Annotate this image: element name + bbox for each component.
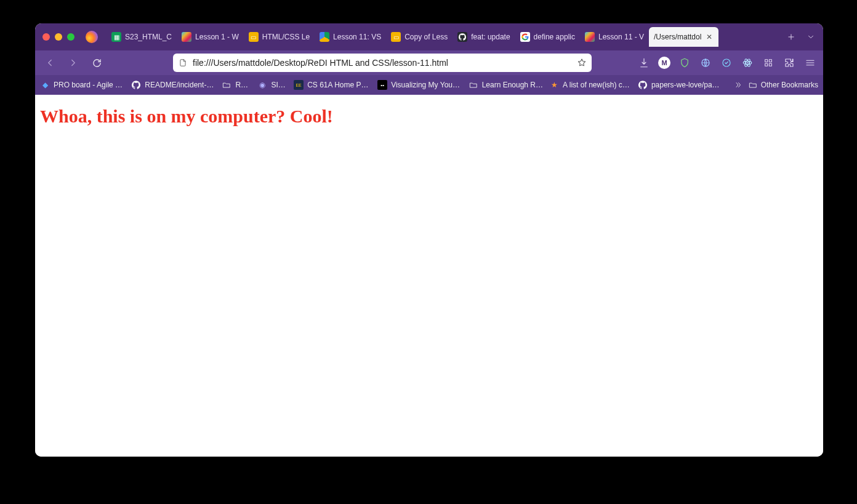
google-icon [520,32,530,42]
svg-rect-7 [769,60,771,62]
bookmark-label: ReDI [235,81,251,89]
tab-label: S23_HTML_C [125,33,172,41]
bookmark-label: README/incident-h… [145,81,215,89]
tab-lesson-1[interactable]: Lesson 1 - W [177,27,244,47]
bookmark-label: A list of new(ish) co… [563,81,632,89]
other-bookmarks-label: Other Bookmarks [761,81,818,89]
tab-label: /Users/mattdol [654,33,701,41]
slides-icon: ▭ [249,32,259,42]
diamond-icon: ◆ [40,80,50,90]
folder-icon [222,80,231,90]
bookmark-label: PRO board - Agile B… [54,81,125,89]
forward-button[interactable] [65,54,82,71]
tab-label: Lesson 1 - W [195,33,239,41]
bookmark-label: CS 61A Home Page [307,81,371,89]
tab-define-applic[interactable]: define applic [515,27,580,47]
all-tabs-button[interactable] [802,28,819,46]
bookmark-new-ish-list[interactable]: ★ A list of new(ish) co… [549,80,632,90]
tabs-container: ▦ S23_HTML_C Lesson 1 - W ▭ HTML/CSS Le … [107,27,780,47]
bookmark-papers-we-love[interactable]: papers-we-love/pap… [638,80,722,90]
window-minimize-button[interactable] [55,33,62,41]
page-heading: Whoa, this is on my computer? Cool! [40,106,818,127]
tab-label: define applic [534,33,575,41]
bookmarks-bar: ◆ PRO board - Agile B… README/incident-h… [35,75,823,95]
bookmark-label: Visualizing My YouT… [391,81,462,89]
browser-window: ▦ S23_HTML_C Lesson 1 - W ▭ HTML/CSS Le … [35,23,823,457]
refresh-badge-icon[interactable] [720,56,733,70]
sphere-icon: ◉ [257,80,267,90]
svg-rect-8 [765,63,768,66]
slides-icon: ▭ [391,32,401,42]
tab-s23-html[interactable]: ▦ S23_HTML_C [107,27,177,47]
tab-local-file[interactable]: /Users/mattdol ✕ [649,27,718,47]
react-icon[interactable] [741,56,754,70]
star-icon: ★ [549,80,559,90]
github-icon [638,80,648,90]
github-icon [131,80,141,90]
firefox-logo-icon [86,31,98,43]
bookmark-cs61a[interactable]: EE CS 61A Home Page [294,80,371,90]
reload-button[interactable] [88,54,105,71]
bookmark-visualizing[interactable]: •• Visualizing My YouT… [377,80,462,90]
sheets-icon: ▦ [111,32,121,42]
svg-point-2 [747,62,748,63]
puzzle-icon[interactable] [783,56,796,70]
page-icon [178,58,188,68]
tab-html-css[interactable]: ▭ HTML/CSS Le [244,27,315,47]
bookmark-sicp[interactable]: ◉ SICP [257,80,288,90]
close-icon[interactable]: ✕ [705,33,714,41]
tab-label: feat: update [471,33,510,41]
bookmark-learn-enough-ror[interactable]: Learn Enough RoR [469,80,543,90]
grid-icon[interactable] [762,56,775,70]
other-bookmarks-button[interactable]: Other Bookmarks [749,81,818,89]
shield-icon[interactable] [678,56,691,70]
slack-icon [585,32,595,42]
bookmark-label: papers-we-love/pap… [651,81,722,89]
folder-icon [469,80,478,90]
globe-icon[interactable] [699,56,712,70]
download-icon[interactable] [637,56,651,70]
tab-label: Lesson 11 - V [598,33,644,41]
account-badge[interactable]: M [658,57,670,69]
new-tab-button[interactable] [783,28,800,46]
bookmark-redi-folder[interactable]: ReDI [222,80,251,90]
address-bar[interactable] [173,54,592,72]
bookmark-pro-board[interactable]: ◆ PRO board - Agile B… [40,80,125,90]
tab-strip: ▦ S23_HTML_C Lesson 1 - W ▭ HTML/CSS Le … [35,23,823,50]
tab-label: HTML/CSS Le [262,33,310,41]
slack-icon [182,32,191,42]
eecs-icon: EE [294,80,304,90]
navigation-toolbar: M [35,50,823,75]
tab-copy-of-less[interactable]: ▭ Copy of Less [386,27,453,47]
drive-icon [320,32,329,42]
tab-lesson-11-drive[interactable]: Lesson 11: VS [315,27,386,47]
window-zoom-button[interactable] [67,33,74,41]
menu-icon[interactable] [803,56,817,70]
tab-label: Copy of Less [404,33,448,41]
tab-feat-update[interactable]: feat: update [453,27,515,47]
svg-rect-9 [769,63,771,66]
svg-rect-6 [765,60,768,62]
page-viewport: Whoa, this is on my computer? Cool! [35,95,823,457]
folder-icon [749,81,757,89]
tab-label: Lesson 11: VS [333,33,381,41]
bookmark-readme-incident[interactable]: README/incident-h… [131,80,215,90]
bookmark-star-icon[interactable] [577,58,587,68]
bookmarks-overflow-button[interactable] [734,81,742,89]
medium-icon: •• [377,80,387,90]
bookmark-label: SICP [271,81,288,89]
toolbar-right: M [637,56,817,70]
url-input[interactable] [193,58,572,68]
window-controls [42,33,74,41]
tab-lesson-11-v[interactable]: Lesson 11 - V [580,27,649,47]
github-icon [457,32,467,42]
window-close-button[interactable] [42,33,50,41]
back-button[interactable] [41,54,58,71]
bookmark-label: Learn Enough RoR [482,81,543,89]
